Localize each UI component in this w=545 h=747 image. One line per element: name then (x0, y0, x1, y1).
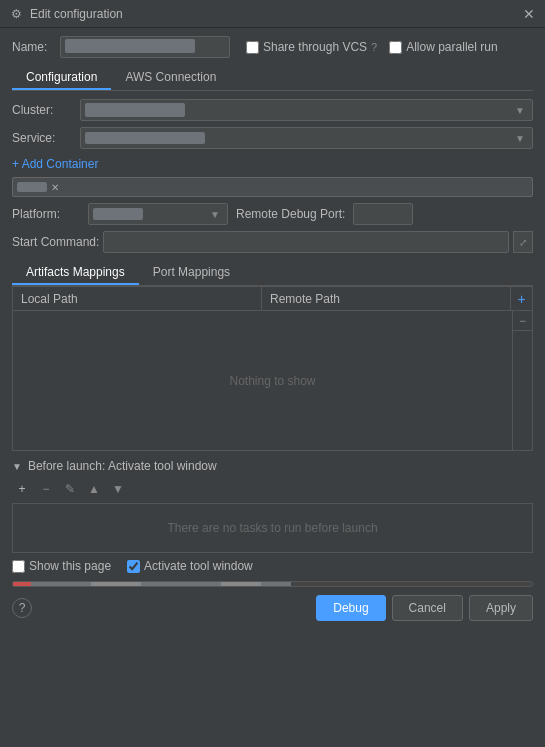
allow-parallel-label[interactable]: Allow parallel run (389, 40, 497, 54)
dialog-title: Edit configuration (30, 7, 521, 21)
progress-seg-4 (141, 582, 221, 586)
name-input[interactable] (60, 36, 230, 58)
cluster-combo-arrow: ▼ (512, 102, 528, 118)
service-combo[interactable]: ▼ (80, 127, 533, 149)
platform-row: Platform: ▼ Remote Debug Port: (12, 203, 533, 225)
tab-artifacts-mappings[interactable]: Artifacts Mappings (12, 261, 139, 285)
platform-combo[interactable]: ▼ (88, 203, 228, 225)
table-minus-button[interactable]: − (513, 311, 533, 331)
toolbar-up-button[interactable]: ▲ (84, 479, 104, 499)
nothing-to-show: Nothing to show (229, 374, 315, 388)
progress-seg-7 (291, 582, 532, 586)
service-label: Service: (12, 131, 80, 145)
bottom-options: Show this page Activate tool window (12, 559, 533, 573)
toolbar-down-button[interactable]: ▼ (108, 479, 128, 499)
debug-port-label: Remote Debug Port: (236, 207, 345, 221)
progress-seg-2 (31, 582, 91, 586)
mappings-table: Local Path Remote Path + Nothing to show… (12, 286, 533, 451)
dialog-content: Name: Share through VCS ? Allow parallel… (0, 28, 545, 747)
share-vcs-label[interactable]: Share through VCS ? (246, 40, 377, 54)
start-command-input[interactable] (103, 231, 509, 253)
debug-button[interactable]: Debug (316, 595, 385, 621)
name-row: Name: Share through VCS ? Allow parallel… (12, 36, 533, 58)
before-launch-toolbar: + − ✎ ▲ ▼ (12, 479, 533, 499)
start-command-row: Start Command: ⤢ (12, 231, 533, 253)
title-bar: ⚙ Edit configuration ✕ (0, 0, 545, 28)
progress-seg-5 (221, 582, 261, 586)
start-command-label: Start Command: (12, 235, 99, 249)
container-tag: ✕ (12, 177, 533, 197)
cluster-row: Cluster: ▼ (12, 99, 533, 121)
table-side-controls: − (512, 311, 532, 450)
cluster-combo[interactable]: ▼ (80, 99, 533, 121)
toolbar-add-button[interactable]: + (12, 479, 32, 499)
no-tasks-label: There are no tasks to run before launch (167, 521, 377, 535)
collapse-arrow[interactable]: ▼ (12, 461, 22, 472)
name-label: Name: (12, 40, 52, 54)
dialog-buttons: ? Debug Cancel Apply (12, 595, 533, 621)
tab-configuration[interactable]: Configuration (12, 66, 111, 90)
gear-icon: ⚙ (8, 6, 24, 22)
table-header: Local Path Remote Path + (13, 287, 532, 311)
progress-seg-6 (261, 582, 291, 586)
apply-button[interactable]: Apply (469, 595, 533, 621)
inner-tabs: Artifacts Mappings Port Mappings (12, 261, 533, 286)
cancel-button[interactable]: Cancel (392, 595, 463, 621)
toolbar-edit-button[interactable]: ✎ (60, 479, 80, 499)
tasks-area: There are no tasks to run before launch (12, 503, 533, 553)
service-combo-arrow: ▼ (512, 130, 528, 146)
show-page-label[interactable]: Show this page (12, 559, 111, 573)
show-page-checkbox[interactable] (12, 560, 25, 573)
activate-tool-checkbox[interactable] (127, 560, 140, 573)
debug-port-input[interactable] (353, 203, 413, 225)
share-vcs-checkbox[interactable] (246, 41, 259, 54)
add-container-button[interactable]: + Add Container (12, 155, 533, 173)
progress-seg-3 (91, 582, 141, 586)
tag-close-button[interactable]: ✕ (51, 182, 59, 193)
close-button[interactable]: ✕ (521, 6, 537, 22)
cluster-label: Cluster: (12, 103, 80, 117)
main-tabs: Configuration AWS Connection (12, 66, 533, 91)
expand-button[interactable]: ⤢ (513, 231, 533, 253)
remote-path-header: Remote Path (262, 287, 510, 310)
before-launch-header: ▼ Before launch: Activate tool window (12, 459, 533, 473)
allow-parallel-checkbox[interactable] (389, 41, 402, 54)
progress-bar (12, 581, 533, 587)
name-options: Share through VCS ? Allow parallel run (246, 40, 498, 54)
tab-port-mappings[interactable]: Port Mappings (139, 261, 244, 285)
progress-seg-1 (13, 582, 31, 586)
toolbar-remove-button[interactable]: − (36, 479, 56, 499)
platform-label: Platform: (12, 207, 80, 221)
before-launch-section: ▼ Before launch: Activate tool window + … (12, 459, 533, 573)
local-path-header: Local Path (13, 287, 262, 310)
platform-arrow: ▼ (207, 206, 223, 222)
before-launch-title: Before launch: Activate tool window (28, 459, 217, 473)
tab-aws-connection[interactable]: AWS Connection (111, 66, 230, 90)
activate-tool-label[interactable]: Activate tool window (127, 559, 253, 573)
help-button[interactable]: ? (12, 598, 32, 618)
vcs-help-icon: ? (371, 41, 377, 53)
table-body: Nothing to show − (13, 311, 532, 450)
table-add-button[interactable]: + (510, 287, 532, 310)
service-row: Service: ▼ (12, 127, 533, 149)
